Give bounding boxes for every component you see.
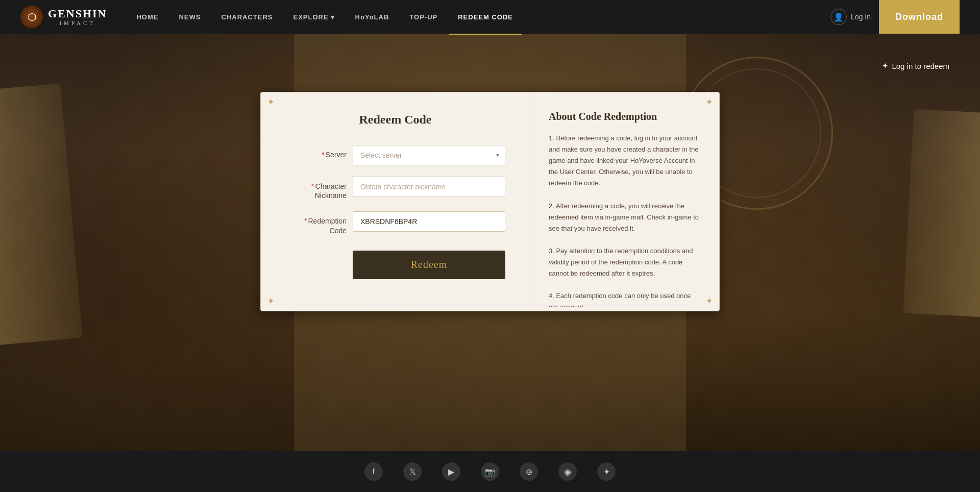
- corner-bl: ✦: [267, 296, 275, 307]
- nav-links: HOME NEWS CHARACTERS EXPLORE ▾ HoYoLAB T…: [127, 10, 830, 24]
- login-label: Log In: [851, 13, 871, 21]
- footer: f 𝕏 ▶ 📷 ⊕ ◉ ✦: [0, 451, 980, 492]
- deco-scroll-right: [903, 109, 980, 318]
- nav-characters[interactable]: CHARACTERS: [212, 10, 282, 24]
- redemption-code-input[interactable]: XBRSDNF6BP4R: [353, 211, 505, 232]
- nav-news[interactable]: NEWS: [169, 10, 210, 24]
- footer-other[interactable]: ✦: [597, 462, 616, 481]
- chevron-down-icon: ▾: [331, 13, 335, 21]
- server-select[interactable]: Select server America Europe Asia TW, HK…: [353, 145, 505, 165]
- card-right: About Code Redemption 1. Before redeemin…: [530, 92, 719, 307]
- download-button[interactable]: Download: [879, 0, 960, 34]
- logo-icon: ⬡: [20, 6, 43, 28]
- nickname-row: *CharacterNickname: [285, 177, 505, 200]
- logo-text: GENSHIN IMPACT: [48, 8, 107, 26]
- star-icon: ✦: [882, 61, 889, 70]
- nav-right: 👤 Log In Download: [830, 0, 960, 34]
- required-star-server: *: [322, 151, 324, 159]
- footer-twitter[interactable]: 𝕏: [403, 462, 422, 481]
- card-title: Redeem Code: [285, 113, 505, 127]
- footer-youtube[interactable]: ▶: [442, 462, 460, 481]
- logo-main: GENSHIN: [48, 8, 107, 20]
- server-row: *Server Select server America Europe Asi…: [285, 145, 505, 165]
- logo-sub: IMPACT: [48, 20, 107, 26]
- required-star-nick: *: [311, 182, 314, 190]
- nav-hoyolab[interactable]: HoYoLAB: [346, 10, 399, 24]
- nickname-label: *CharacterNickname: [285, 177, 347, 200]
- server-select-wrapper: Select server America Europe Asia TW, HK…: [353, 145, 505, 165]
- nav-redeem[interactable]: REDEEM CODE: [449, 10, 522, 24]
- nav-home[interactable]: HOME: [127, 10, 167, 24]
- redeem-button[interactable]: Redeem: [353, 251, 505, 279]
- footer-reddit[interactable]: ◉: [558, 462, 577, 481]
- nickname-input[interactable]: [353, 177, 505, 197]
- nav-topup[interactable]: TOP-UP: [400, 10, 447, 24]
- card-wrapper: ✦ ✦ Redeem Code *Server Select server Am…: [260, 92, 720, 311]
- login-button[interactable]: 👤 Log In: [830, 9, 871, 25]
- code-row: *RedemptionCode XBRSDNF6BP4R: [285, 211, 505, 235]
- card-left: Redeem Code *Server Select server Americ…: [261, 92, 530, 311]
- server-label: *Server: [285, 145, 347, 159]
- logo[interactable]: ⬡ GENSHIN IMPACT: [20, 6, 107, 28]
- redeem-card: ✦ ✦ Redeem Code *Server Select server Am…: [260, 92, 720, 311]
- footer-discord[interactable]: ⊕: [520, 462, 538, 481]
- deco-scroll-left: [0, 83, 83, 347]
- about-text: 1. Before redeeming a code, log in to yo…: [549, 133, 701, 307]
- about-title: About Code Redemption: [549, 111, 701, 122]
- footer-facebook[interactable]: f: [364, 462, 383, 481]
- navigation: ⬡ GENSHIN IMPACT HOME NEWS CHARACTERS EX…: [0, 0, 980, 34]
- code-label: *RedemptionCode: [285, 211, 347, 235]
- log-in-to-redeem[interactable]: ✦ Log in to redeem: [882, 61, 949, 70]
- required-star-code: *: [304, 217, 307, 225]
- corner-tr: ✦: [705, 96, 713, 108]
- nav-explore[interactable]: EXPLORE ▾: [284, 10, 344, 24]
- redeem-row: Redeem: [353, 247, 505, 279]
- footer-instagram[interactable]: 📷: [481, 462, 499, 481]
- user-icon: 👤: [830, 9, 847, 25]
- hero-section: ✦ Log in to redeem ✦ ✦ Redeem Code *Serv…: [0, 0, 980, 492]
